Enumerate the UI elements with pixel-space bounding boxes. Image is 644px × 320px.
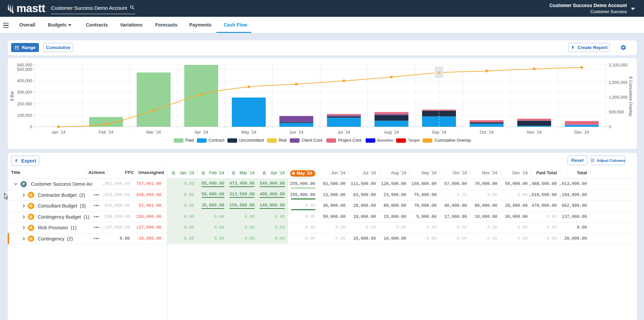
svg-text:1,000,000: 1,000,000: [609, 95, 628, 100]
svg-text:0: 0: [609, 125, 611, 129]
svg-text:100,000: 100,000: [17, 113, 32, 118]
svg-text:Apr `24: Apr `24: [194, 130, 208, 135]
svg-text:May `24: May `24: [241, 130, 256, 135]
svg-text:Dec `24: Dec `24: [575, 130, 589, 135]
svg-text:0: 0: [30, 125, 32, 129]
svg-text:300,000: 300,000: [17, 90, 32, 95]
svg-text:200,000: 200,000: [17, 102, 32, 106]
svg-text:$ Cumulative Overlay: $ Cumulative Overlay: [628, 76, 633, 117]
svg-text:Aug `24: Aug `24: [384, 130, 399, 135]
svg-text:Feb `24: Feb `24: [99, 130, 113, 135]
svg-text:Jul `24: Jul `24: [338, 130, 351, 135]
svg-text:Sep `24: Sep `24: [432, 130, 446, 135]
svg-text:Jan `24: Jan `24: [52, 130, 66, 135]
svg-text:Mar `24: Mar `24: [146, 130, 161, 135]
svg-text:400,000: 400,000: [17, 79, 32, 83]
svg-text:540,000: 540,000: [17, 63, 32, 67]
svg-text:Jun `24: Jun `24: [289, 130, 304, 135]
svg-text:Nov `24: Nov `24: [527, 130, 542, 135]
svg-text:1,500,000: 1,500,000: [609, 80, 628, 85]
svg-text:Oct `24: Oct `24: [480, 130, 493, 135]
svg-text:2,100,000: 2,100,000: [609, 63, 628, 67]
svg-text:500,000: 500,000: [609, 110, 624, 115]
svg-text:500,000: 500,000: [17, 67, 32, 72]
svg-text:$ Bar: $ Bar: [10, 91, 14, 101]
